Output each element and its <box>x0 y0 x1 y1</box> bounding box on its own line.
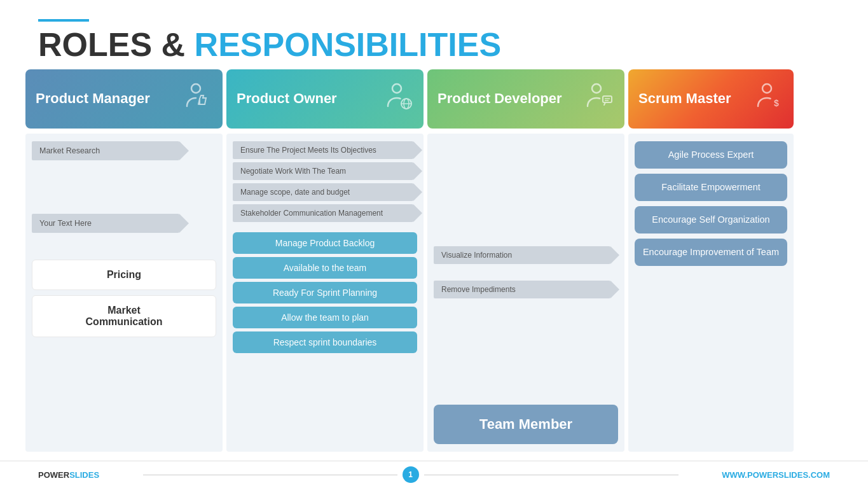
pm-spacer-1 <box>32 171 216 209</box>
pm-spacer-2 <box>32 243 216 254</box>
person-thumbsup-icon <box>182 81 212 117</box>
content-area: Market Research Your Text Here Pricing M… <box>25 134 843 452</box>
title-prefix: ROLES & <box>38 26 195 63</box>
svg-text:$: $ <box>774 98 779 108</box>
po-spacer <box>233 225 417 229</box>
footer-brand-color: SLIDES <box>69 470 99 480</box>
pd-column-content: Visualize Information Remove Impediments… <box>427 134 624 452</box>
po-btn-4[interactable]: Allow the team to plan <box>233 307 417 328</box>
footer-line-right <box>424 475 679 475</box>
header: ROLES & RESPONSIBILITIES <box>0 0 868 69</box>
footer: POWERSLIDES 1 WWW.POWERSLIDES.COM <box>0 461 868 488</box>
footer-center: 1 <box>143 466 679 483</box>
svg-point-0 <box>191 84 200 93</box>
po-arrow-2: Negotiate Work With The Team <box>233 162 413 180</box>
po-btn-3[interactable]: Ready For Sprint Planning <box>233 282 417 303</box>
po-btn-1[interactable]: Manage Product Backlog <box>233 232 417 254</box>
po-arrow-1: Ensure The Project Meets Its Objectives <box>233 141 413 159</box>
pm-arrow-2-container: Your Text Here <box>32 214 216 234</box>
pd-spacer-top <box>434 141 618 243</box>
svg-rect-6 <box>603 96 612 102</box>
pm-arrow-2: Your Text Here <box>32 214 179 233</box>
po-btn-2[interactable]: Available to the team <box>233 257 417 279</box>
pm-market-comm-box: Market Communication <box>32 295 216 337</box>
footer-brand-bold: POWER <box>38 470 69 480</box>
main-content: Product Manager Product Owner <box>0 69 868 458</box>
po-column-content: Ensure The Project Meets Its Objectives … <box>226 134 424 452</box>
col-header-sm-label: Scrum Master <box>638 90 731 107</box>
person-dollar-icon: $ <box>753 81 783 117</box>
slide: ROLES & RESPONSIBILITIES Product Manager… <box>0 0 868 488</box>
pd-spacer-bottom <box>434 302 618 401</box>
footer-page-number: 1 <box>403 466 419 483</box>
column-headers: Product Manager Product Owner <box>25 69 843 129</box>
sm-column-content: Agile Process Expert Facilitate Empowerm… <box>628 134 794 452</box>
footer-brand: POWERSLIDES <box>38 470 99 480</box>
person-chat-icon <box>584 81 614 117</box>
pd-spacer-mid <box>434 267 618 277</box>
pd-arrow-1: Visualize Information <box>434 246 610 264</box>
main-title: ROLES & RESPONSIBILITIES <box>38 27 830 63</box>
col-header-po: Product Owner <box>226 69 424 129</box>
pm-arrow-1: Market Research <box>32 141 179 160</box>
footer-line-left <box>143 475 397 475</box>
col-header-pm: Product Manager <box>25 69 223 129</box>
sm-btn-2[interactable]: Facilitate Empowerment <box>635 174 787 201</box>
col-header-sm: Scrum Master $ <box>628 69 794 129</box>
col-header-pd-label: Product Developer <box>437 90 562 107</box>
col-header-po-label: Product Owner <box>237 90 337 107</box>
header-accent-line <box>38 19 89 22</box>
col-header-pm-label: Product Manager <box>36 90 150 107</box>
footer-website: WWW.POWERSLIDES.COM <box>722 470 830 480</box>
sm-btn-4[interactable]: Encourage Improvement of Team <box>635 239 787 266</box>
pd-team-member-box: Team Member <box>434 405 618 444</box>
pd-arrow-2: Remove Impediments <box>434 281 610 298</box>
po-btn-5[interactable]: Respect sprint boundaries <box>233 331 417 353</box>
pm-pricing-box: Pricing <box>32 260 216 290</box>
svg-point-1 <box>392 84 401 93</box>
sm-btn-3[interactable]: Encourage Self Organization <box>635 206 787 234</box>
po-arrow-3: Manage scope, date and budget <box>233 183 413 201</box>
pm-column-content: Market Research Your Text Here Pricing M… <box>25 134 223 452</box>
svg-point-5 <box>592 84 601 93</box>
person-globe-icon <box>383 81 413 117</box>
title-suffix: RESPONSIBILITIES <box>195 26 502 63</box>
po-arrow-4: Stakeholder Communication Management <box>233 204 413 222</box>
col-header-pd: Product Developer <box>427 69 624 129</box>
svg-point-9 <box>762 84 771 93</box>
pm-arrow-1-container: Market Research <box>32 141 216 162</box>
sm-btn-1[interactable]: Agile Process Expert <box>635 141 787 169</box>
